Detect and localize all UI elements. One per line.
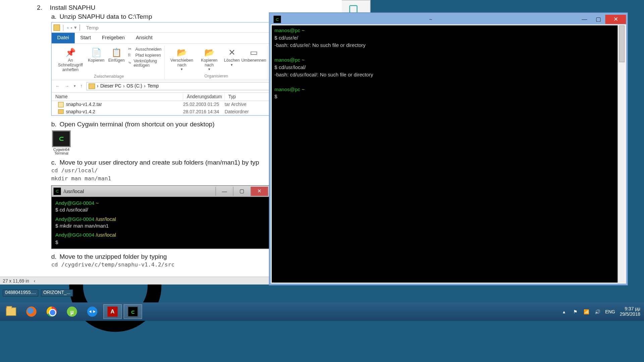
rename-icon: ▭ [248,48,259,59]
desktop-window-thumbs: 0488041955.... ORIZONT_... [0,290,75,297]
clipboard-group-label: Zwischenablage [94,74,124,79]
terminal-titlebar[interactable]: ⊂ ~ — ▢ ✕ [271,14,626,24]
link-icon: ⤷ [128,60,132,66]
taskbar-teamviewer[interactable] [83,304,102,319]
explorer-title-text: Temp [83,25,98,31]
cygwin-icon: ⊂ [52,130,70,147]
moveto-icon: 📂 [176,48,187,59]
minimize-button[interactable]: — [215,187,233,196]
nav-forward-icon[interactable]: → [64,83,70,88]
adobe-reader-icon: A [107,307,117,317]
minimize-button[interactable]: — [578,15,591,24]
archive-icon [58,102,64,108]
terminal-output[interactable]: manos@pc ~$ cd/usr/e/-bash: cd/usr/e/: N… [272,25,618,283]
organize-group-label: Organisieren [204,73,228,78]
explorer-quickaccess-bar: │ ▫ ▪ ▾ │ Temp [52,22,272,33]
step-heading: 2.Install SNAPHU [38,4,338,11]
breadcrumb[interactable]: › Dieser PC › OS (C:) › Temp [86,82,269,90]
copy-icon: 📄 [91,48,102,59]
paste-icon: 📋 [111,48,122,59]
copy-path-button[interactable]: ⎘Pfad kopieren [128,53,162,58]
scissors-icon: ✂ [128,47,134,52]
volume-icon[interactable]: 🔊 [594,308,600,315]
taskbar-firefox[interactable] [22,304,41,319]
cygwin-icon: ⊂ [54,188,61,195]
delete-icon: ✕ [226,48,237,59]
chrome-icon [47,307,57,317]
cygwin-icon: ⊂ [274,16,281,23]
tab-datei[interactable]: Datei [52,33,74,44]
maximize-button[interactable]: ▢ [591,15,605,24]
delete-button[interactable]: ✕Löschen▾ [223,47,240,68]
paste-shortcut-button[interactable]: ⤷Verknüpfung einfügen [128,59,162,68]
copy-to-button[interactable]: 📂Kopieren nach▾ [198,47,220,73]
language-indicator[interactable]: ENG [605,309,615,314]
close-button[interactable]: ✕ [251,187,268,196]
nav-up-icon[interactable]: ↑ [79,83,84,88]
cut-button[interactable]: ✂Ausschneiden [128,47,162,52]
taskbar-chrome[interactable] [43,304,61,319]
folder-icon [89,83,95,89]
thumb-label-2[interactable]: ORIZONT_... [41,290,73,297]
firefox-icon [26,307,36,317]
col-type[interactable]: Typ [225,93,272,100]
mini-terminal-title: /usr/local [64,188,215,194]
file-explorer-icon [6,307,16,316]
close-button[interactable]: ✕ [605,15,626,24]
tray-overflow-icon[interactable]: ▴ [561,308,567,315]
cygwin-icon: ⊂ [128,307,138,317]
taskbar-clock[interactable]: 9:37 μμ 29/5/2018 [620,306,640,317]
path-icon: ⎘ [128,53,134,58]
explorer-ribbon: 📌An Schnellzugriff anheften 📄Kopieren 📋E… [52,44,272,80]
taskbar-cygwin-terminal[interactable]: ⊂ [124,304,142,319]
rename-button[interactable]: ▭Umbenennen [244,47,264,64]
file-row[interactable]: snaphu-v1.4.228.07.2016 14:34Dateiordner [52,108,272,115]
taskbar-file-explorer[interactable] [2,304,20,319]
paste-button[interactable]: 📋Einfügen [108,47,125,64]
nav-back-icon[interactable]: ← [54,83,61,88]
copy-button[interactable]: 📄Kopieren [88,47,105,64]
folder-icon [58,109,64,114]
col-name[interactable]: Name [52,93,183,100]
pin-button[interactable]: 📌An Schnellzugriff anheften [56,47,85,73]
teamviewer-icon [87,307,97,317]
taskbar-adobe-reader[interactable]: A [103,304,122,319]
tab-ansicht[interactable]: Ansicht [130,33,158,44]
terminal-title-text: ~ [284,17,578,22]
explorer-address-bar: ← → ▾ ↑ › Dieser PC › OS (C:) › Temp [52,80,272,93]
pin-icon: 📌 [65,48,76,59]
folder-icon [54,24,60,31]
file-row[interactable]: snaphu-v1.4.2.tar25.02.2003 01:25tar Arc… [52,101,272,108]
tab-freigeben[interactable]: Freigeben [96,33,130,44]
copyto-icon: 📂 [204,48,215,59]
explorer-ribbon-tabs: Datei Start Freigeben Ansicht [52,33,272,44]
col-date[interactable]: Änderungsdatum [183,93,225,100]
thumb-label-1[interactable]: 0488041955.... [3,290,38,297]
page-dimensions: 27 x 11,69 in [3,278,29,283]
clock-date: 29/5/2018 [620,312,640,317]
tab-start[interactable]: Start [74,33,96,44]
taskbar: µA⊂ ▴ ⚑ 📶 🔊 ENG 9:37 μμ 29/5/2018 [0,302,644,321]
cygwin-icon-label: Cygwin64 Terminal [51,148,72,156]
doc-terminal-screenshot: ⊂ /usr/local — ▢ ✕ Andy@GGI-0004 ~$ cd /… [51,185,270,249]
status-arrow: ‹ [34,278,36,283]
taskbar-utorrent[interactable]: µ [63,304,81,319]
explorer-column-headers: Name Änderungsdatum Typ [52,93,272,101]
cygwin-terminal-window: ⊂ ~ — ▢ ✕ manos@pc ~$ cd/usr/e/-bash: cd… [269,12,628,285]
system-tray: ▴ ⚑ 📶 🔊 ENG 9:37 μμ 29/5/2018 [561,306,644,317]
explorer-screenshot: │ ▫ ▪ ▾ │ Temp Datei Start Freigeben Ans… [51,22,273,116]
nav-history-icon[interactable]: ▾ [73,84,76,88]
clock-time: 9:37 μμ [620,306,640,312]
maximize-button[interactable]: ▢ [233,187,251,196]
utorrent-icon: µ [67,307,77,317]
network-icon[interactable]: 📶 [583,308,589,315]
cygwin-desktop-shortcut: ⊂ Cygwin64 Terminal [51,130,72,156]
action-center-icon[interactable]: ⚑ [572,308,578,315]
terminal-scrollbar[interactable] [618,25,625,283]
move-to-button[interactable]: 📂Verschieben nach▾ [168,47,195,73]
